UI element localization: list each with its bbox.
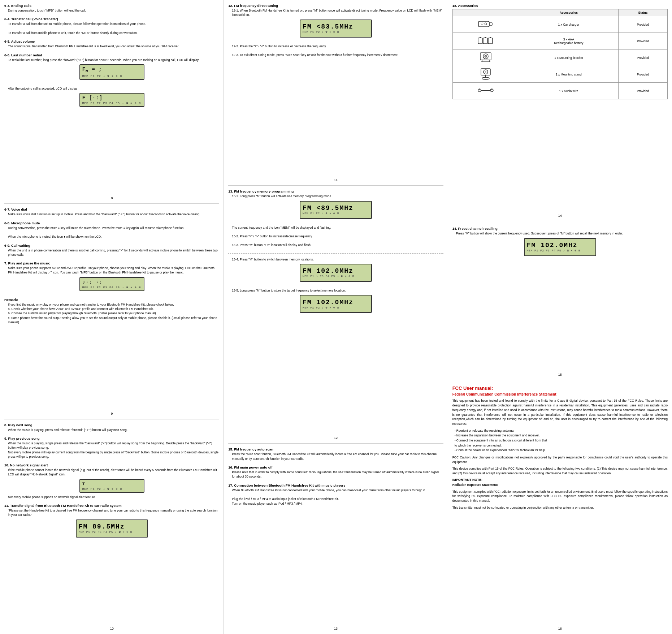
section-6-4-title: 6-4. Transfer call (Voice Transfer): [4, 17, 219, 21]
page-number-12: 12: [228, 433, 443, 440]
section-16-title: 16. FM main power auto off: [228, 465, 443, 469]
page-number-14: 14: [452, 211, 668, 217]
section-6-6-note: After the outgoing call is accepted, LCD…: [4, 86, 219, 109]
lcd-music-row2: MEM P1 P2 P3 P4 P5 ♪ ☎ ✶ ⊕ ⊠: [82, 286, 141, 289]
section-15-content: Press the "Auto scan" button, Bluetooth …: [232, 452, 443, 461]
svg-point-2: [481, 23, 483, 25]
battery-icon: [477, 34, 495, 47]
section-12-3-content: 12-3. To exit direct tuning mode, press …: [232, 53, 443, 57]
fcc-section: FCC User manual: Federal Communication C…: [452, 385, 668, 512]
section-14: 14. Preset channel recalling Press "M" b…: [452, 227, 668, 258]
section-9-content: When the music is playing, single press …: [8, 441, 219, 459]
section-6-9: 6-9. Call waiting When the unit is in ph…: [4, 243, 219, 257]
acc-status-charger: Provided: [618, 16, 667, 33]
fcc-subtitle: Federal Communication Commission Interfe…: [452, 392, 668, 396]
lcd-outgoing-row2: MEM P1 P2 ♪ ☎ ✶ ⊕ ⊠: [82, 74, 122, 78]
lcd-102-3-freq: FM 102.0MHz: [527, 242, 578, 249]
acc-icon-audio-wire: [452, 83, 519, 99]
page-number-9: 9: [4, 409, 219, 415]
section-6-4-content: To transfer a call from the unit to mobi…: [8, 22, 219, 35]
page-number-16: 16: [452, 624, 668, 630]
acc-icon-bracket: [452, 49, 519, 66]
fcc-radiation-body: This equipment complies with FCC radiati…: [452, 489, 668, 503]
acc-name-battery: 3 x AAA Rechargeable battery: [519, 33, 618, 49]
section-remark: Remark: If you find the music only play …: [4, 298, 219, 325]
acc-name-audio-wire: 1 x Audio wire: [519, 83, 618, 99]
section-6-6-title: 6-6. Last number redial: [4, 53, 219, 57]
acc-icon-stand: [452, 66, 519, 83]
svg-rect-26: [491, 89, 493, 90]
accessories-table: Accessories Status: [452, 9, 668, 99]
lcd-fm-89-freq: FM 89.5MHz: [79, 523, 125, 530]
section-6-5: 6-5. Adjust volume The sound signal tran…: [4, 39, 219, 48]
acc-row-charger: 1 x Car charger Provided: [452, 16, 667, 33]
section-13-2: 13-2. Press "<" / ">" button to increase…: [228, 234, 443, 238]
svg-rect-0: [478, 21, 489, 27]
section-17-title: 17. Connection between Bluetooth FM Hand…: [228, 483, 443, 487]
section-6-6: 6-6. Last number redial To redial the la…: [4, 53, 219, 82]
section-9-title: 9. Play previous song: [4, 436, 219, 440]
acc-name-stand: 1 x Mounting stand: [519, 66, 618, 83]
section-12-content: 12-1. When Bluetooth FM Handsfree Kit is…: [232, 8, 443, 17]
page-number-15: 15: [452, 370, 668, 376]
section-7-content: Make sure your phone supports A2DP and A…: [8, 266, 219, 275]
acc-col-icon: [452, 9, 519, 16]
acc-status-stand: Provided: [618, 66, 667, 83]
lcd-nosig-row2: MEM P1 P2 ♪ ☎ ✶ ⊕ ⊠: [82, 487, 122, 491]
column-3: 18. Accessories Accessories Status: [448, 0, 672, 634]
lcd-102-3: FM 102.0MHz MEM P1 P2 P3 P4 P5 ♪ ☎ ✶ ⊕ ⊠: [524, 238, 596, 256]
section-6-9-title: 6-9. Call waiting: [4, 243, 219, 247]
lcd-102-2-sub: MEM P1 P2 ♪ ☎ ✶ ⊕ ⊠: [303, 306, 339, 309]
section-8-content: When the music is playing, press and rel…: [8, 428, 219, 432]
svg-point-3: [485, 23, 487, 25]
fcc-compliance: This device complies with Part 15 of the…: [452, 466, 668, 476]
svg-rect-4: [478, 38, 482, 44]
section-13: 13. FM frequency memory programming 13-1…: [228, 189, 443, 221]
lcd-102-1: FM 102.0MHz MEM P1 ▷ P3 P4 P5 ♪ ☎ ✶ ⊕ ⊠: [300, 264, 372, 282]
fcc-measures: - Reorient or relocate the receiving ant…: [455, 428, 668, 453]
section-10-content: If the mobile phone cannot locate the ne…: [8, 468, 219, 477]
fcc-title: FCC User manual:: [452, 385, 668, 391]
svg-point-12: [485, 55, 487, 57]
section-14-title: 14. Preset channel recalling: [452, 227, 668, 230]
fcc-measure-3: - Consult the dealer or an experienced r…: [455, 448, 668, 453]
section-6-8-content: During conversation, press the mute ♦ ke…: [8, 226, 219, 239]
page-container: 6-3. Ending calls During conversation, t…: [0, 0, 672, 634]
acc-row-battery: 3 x AAA Rechargeable battery Provided: [452, 33, 667, 49]
section-13-5-content: 13-5. Long press "M" button to store the…: [232, 288, 443, 293]
section-remark-title: Remark:: [4, 298, 219, 302]
svg-rect-5: [480, 37, 481, 38]
section-13-4-content: 13-4. Press "M" button to switch between…: [232, 257, 443, 262]
svg-point-19: [485, 71, 486, 73]
column-2: 12. FM frequency direct tuning 12-1. Whe…: [224, 0, 448, 634]
section-remark-content: If you find the music only play on your …: [8, 302, 219, 325]
lcd-102-2: FM 102.0MHz MEM P1 P2 ♪ ☎ ✶ ⊕ ⊠: [300, 295, 372, 313]
lcd-fm-memory-sub: MEM P1 P2 ♪ ☎ ✶ ⊕ ⊠: [303, 212, 339, 215]
lcd-music: ♪·: ·: MEM P1 P2 P3 P4 P5 ♪ ☎ ✶ ⊕ ⊠: [79, 277, 144, 291]
lcd-102-3-sub: MEM P1 P2 P3 P4 P5 ♪ ☎ ✶ ⊕ ⊠: [527, 249, 580, 252]
lcd-fm-tuning: FM <83.5MHz MEM P1 P2 ♪ ☎ ✶ ⊕ ⊠: [300, 20, 372, 38]
section-11-content: "Please set the Hands-free Kit to a desi…: [8, 508, 219, 517]
section-18: 18. Accessories Accessories Status: [452, 4, 668, 99]
section-7: 7. Play and pause the music Make sure yo…: [4, 261, 219, 293]
section-6-6-note-text: After the outgoing call is accepted, LCD…: [8, 86, 219, 91]
page-number-10: 10: [4, 624, 219, 630]
acc-name-charger: 1 x Car charger: [519, 16, 618, 33]
section-15: 15. FM frequency auto scan Press the "Au…: [228, 447, 443, 461]
fcc-caution: FCC Caution: Any changes or modification…: [452, 455, 668, 465]
section-12-title: 12. FM frequency direct tuning: [228, 4, 443, 8]
column-1: 6-3. Ending calls During conversation, t…: [0, 0, 224, 634]
section-7-title: 7. Play and pause the music: [4, 261, 219, 265]
lcd-accepted-row2: MEM P1 P2 P3 P4 P5 ♪ ☎ ✶ ⊕ ⊠: [82, 102, 141, 105]
svg-rect-9: [490, 37, 491, 38]
section-6-5-title: 6-5. Adjust volume: [4, 39, 219, 43]
fcc-radiation-label: Radiation Exposure Statement:: [452, 483, 668, 487]
acc-name-bracket: 1 x Mounting bracket: [519, 49, 618, 66]
svg-rect-6: [483, 38, 487, 44]
car-charger-icon: [477, 18, 495, 30]
fcc-transmitter: This transmitter must not be co-located …: [452, 505, 668, 510]
svg-rect-8: [488, 38, 493, 44]
section-17-content: When Bluetooth FM Handsfree Kit is not c…: [232, 488, 443, 506]
section-6-8-title: 6-8. Microphone mute: [4, 221, 219, 225]
section-6-8: 6-8. Microphone mute During conversation…: [4, 221, 219, 239]
